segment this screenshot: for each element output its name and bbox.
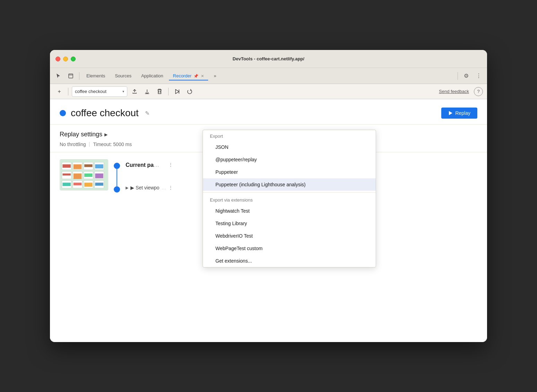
step-more-icon[interactable]: ⋮ [168,162,173,168]
recording-header-right: Replay [441,108,477,119]
recording-selector[interactable]: coffee checkout ▾ [72,86,127,97]
tab-elements-label: Elements [86,73,105,78]
toolbar: + coffee checkout ▾ [50,84,487,99]
main-content: coffee checkout ✎ Replay Replay settings… [50,99,487,342]
step2-more-icon[interactable]: ⋮ [168,185,173,190]
recording-selector-name: coffee checkout [75,89,120,94]
svg-rect-9 [62,164,70,168]
tab-divider-1 [79,72,79,80]
replay-button[interactable]: Replay [441,108,477,119]
dropdown-item-puppeteer-lighthouse[interactable]: Puppeteer (including Lighthouse analysis… [203,178,376,191]
current-page-label: Current pa… ⋮ [126,162,173,168]
tab-more-label: » [214,73,216,78]
dropdown-item-nightwatch[interactable]: Nightwatch Test [203,205,376,217]
svg-rect-27 [74,182,82,185]
dropdown-item-testing-library[interactable]: Testing Library [203,217,376,230]
step-dot-2 [114,186,120,193]
svg-marker-6 [449,111,452,115]
settings-icon-btn[interactable]: ⚙ [461,70,472,82]
send-feedback-button[interactable]: Send feedback [436,87,472,95]
traffic-lights [56,57,76,61]
add-icon: + [58,88,61,95]
close-traffic-light[interactable] [56,57,60,61]
throttling-value: No throttling [60,142,86,147]
step-thumbnail [60,159,108,190]
timeout-value: Timeout: 5000 ms [93,142,132,147]
set-viewport-text: ▶ Set viewpo [130,185,159,190]
devtools-window: DevTools - coffee-cart.netlify.app/ Elem… [50,50,487,342]
svg-rect-21 [84,173,92,177]
svg-rect-25 [62,182,70,186]
current-page-text: Current pa [126,162,154,168]
tab-sources[interactable]: Sources [111,71,136,80]
frame-icon-btn[interactable] [65,70,76,82]
step-content: Current pa… ⋮ ▶ ▶ Set viewpo… ⋮ [126,159,173,190]
tabbar: Elements Sources Application Recorder 📌 … [50,68,487,84]
step-dot-1 [114,163,120,169]
svg-marker-4 [176,90,179,94]
tab-sources-label: Sources [115,73,131,78]
dropdown-menu: Export JSON @puppeteer/replay Puppeteer … [203,130,376,267]
delete-button[interactable] [154,86,165,97]
extensions-section-label: Export via extensions [203,194,376,205]
set-viewport-label: ▶ ▶ Set viewpo… ⋮ [126,185,173,190]
recording-title: coffee checkout [71,108,139,119]
recording-header: coffee checkout ✎ Replay [50,99,487,125]
dropdown-divider [203,192,376,193]
download-button[interactable] [142,86,152,97]
replay-settings-title: Replay settings [60,131,102,138]
tab-recorder-label: Recorder [173,73,191,78]
play-step-button[interactable] [172,86,182,97]
tabbar-right: ⚙ ⋮ [456,70,484,82]
svg-rect-17 [62,173,70,176]
tab-divider-2 [458,72,458,80]
export-button[interactable] [129,86,140,97]
recording-indicator [60,110,66,116]
dropdown-item-json[interactable]: JSON [203,141,376,153]
minimize-traffic-light[interactable] [63,57,68,61]
replay-loop-button[interactable] [185,86,195,97]
tab-close-icon[interactable]: ✕ [201,74,204,78]
svg-rect-29 [84,182,92,187]
maximize-traffic-light[interactable] [71,57,76,61]
svg-rect-13 [84,164,92,167]
dropdown-item-webdriverio[interactable]: WebdriverIO Test [203,230,376,242]
export-section-label: Export [203,130,376,141]
expand-arrow-icon: ▶ [104,132,108,137]
tab-more[interactable]: » [210,71,220,80]
window-title: DevTools - coffee-cart.netlify.app/ [233,56,305,61]
dropdown-item-webpagetest[interactable]: WebPageTest custom [203,242,376,255]
toolbar-divider-1 [68,88,68,95]
pin-icon: 📌 [194,74,198,78]
titlebar: DevTools - coffee-cart.netlify.app/ [50,50,487,68]
svg-rect-15 [95,164,103,169]
svg-rect-23 [95,173,103,178]
svg-rect-19 [74,173,82,179]
info-divider [89,142,90,147]
more-vert-icon-btn[interactable]: ⋮ [473,70,484,82]
step-line [117,169,117,186]
chevron-down-icon: ▾ [122,90,124,93]
svg-rect-0 [69,74,73,78]
toolbar-divider-2 [168,88,169,95]
svg-rect-31 [95,182,103,186]
tab-application-label: Application [141,73,163,78]
replay-button-label: Replay [455,110,470,116]
dropdown-item-get-extensions[interactable]: Get extensions... [203,255,376,267]
dropdown-item-puppeteer-replay[interactable]: @puppeteer/replay [203,153,376,166]
tab-elements[interactable]: Elements [82,71,109,80]
cursor-icon-btn[interactable] [53,70,64,82]
help-button[interactable]: ? [474,87,483,96]
tab-application[interactable]: Application [137,71,168,80]
add-recording-button[interactable]: + [54,86,65,97]
edit-icon[interactable]: ✎ [144,109,151,118]
dropdown-item-puppeteer[interactable]: Puppeteer [203,166,376,178]
tab-recorder[interactable]: Recorder 📌 ✕ [169,71,208,80]
svg-rect-11 [74,164,82,169]
